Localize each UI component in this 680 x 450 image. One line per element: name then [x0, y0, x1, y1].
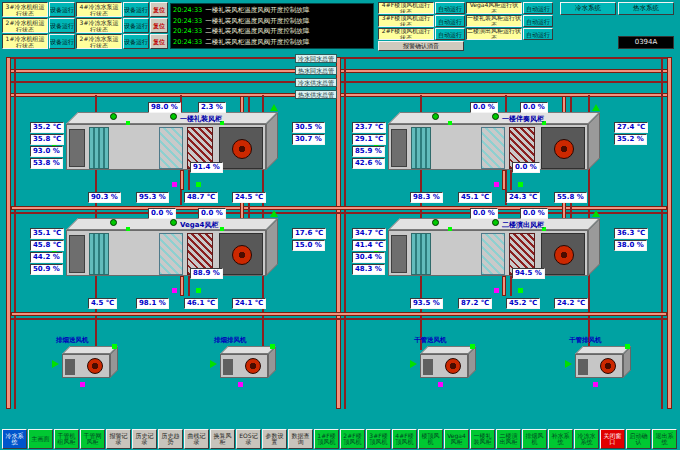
valve-indicator-green — [112, 344, 117, 349]
toolbar-button[interactable]: 数据查询 — [288, 429, 313, 449]
device-run-button[interactable]: 设备运行 — [123, 18, 149, 33]
alarm-message: 一楼礼装风柜温度风阀开度控制故障 — [205, 5, 309, 16]
valve-indicator-magenta — [593, 382, 598, 387]
auto-run-button[interactable]: 自动运行 — [435, 15, 465, 27]
toolbar-button[interactable]: 主画面 — [28, 429, 53, 449]
toolbar-button[interactable]: 换算风柜 — [210, 429, 235, 449]
fan-unit: 排烟排风机 — [210, 336, 290, 396]
alarm-ack-button[interactable]: 报警确认消音 — [378, 41, 464, 51]
alarm-timestamp: 20:24:33 — [173, 16, 202, 27]
valve-indicator-green — [270, 344, 275, 349]
toolbar-button[interactable]: 报警记录 — [106, 429, 131, 449]
status-indicator: 2#冷水机组运行状态 — [2, 18, 48, 33]
auto-run-button[interactable]: 自动运行 — [435, 28, 465, 40]
fan-label: 排烟排风机 — [214, 336, 247, 345]
reset-button[interactable]: 复位 — [150, 34, 168, 49]
device-run-button[interactable]: 设备运行 — [123, 2, 149, 17]
fan-body — [220, 354, 268, 378]
flow-arrow-icon — [410, 360, 417, 368]
valve-indicator-magenta — [80, 382, 85, 387]
fan-unit: 干管排风机 — [565, 336, 645, 396]
valve-indicator-magenta — [438, 382, 443, 387]
auto-run-button[interactable]: 自动运行 — [523, 2, 553, 14]
toolbar-button[interactable]: 2#F楼顶风机 — [340, 429, 365, 449]
fan-units-area: 排烟送风机排烟排风机干管送风机干管排风机 — [0, 0, 680, 450]
status-indicator: 3#冷冻水泵运行状态 — [76, 18, 122, 33]
fan-label: 干管排风机 — [569, 336, 602, 345]
fan-unit: 干管送风机 — [410, 336, 490, 396]
toolbar-button[interactable]: 补水系统 — [548, 429, 573, 449]
fan-impeller-icon — [445, 358, 461, 374]
toolbar-button[interactable]: 一楼礼装风柜 — [470, 429, 495, 449]
status-indicator: 2#F楼顶风机运行状态 — [378, 28, 434, 40]
status-indicator: 4#冷冻水泵运行状态 — [76, 2, 122, 17]
toolbar-button[interactable]: 冷冻水系统 — [574, 429, 599, 449]
bottom-toolbar: 冷水系统主画面干管机组风柜干管网风柜报警记录历史记录历史趋势曲线记录换算风柜EO… — [0, 428, 680, 450]
toolbar-button[interactable]: 曲线记录 — [184, 429, 209, 449]
device-run-button[interactable]: 设备运行 — [49, 2, 75, 17]
status-indicator: 一楼礼装风柜运行状态 — [466, 15, 522, 27]
alarm-timestamp: 20:24:33 — [173, 26, 202, 37]
alarm-list: 20:24:33一楼礼装风柜温度风阀开度控制故障20:24:33一楼礼装风柜温度… — [173, 5, 371, 47]
fan-body — [575, 354, 623, 378]
fan-body — [420, 354, 468, 378]
auto-run-button[interactable]: 自动运行 — [435, 2, 465, 14]
status-indicator: 3#F楼顶风机运行状态 — [378, 15, 434, 27]
fan-body — [62, 354, 110, 378]
toolbar-button[interactable]: Vega4风柜 — [444, 429, 469, 449]
valve-indicator-magenta — [238, 382, 243, 387]
corner-controls: 冷水系统 热水系统 0394A — [560, 2, 678, 52]
fan-opening — [65, 359, 75, 375]
status-indicator: 1#冷水机组运行状态 — [2, 34, 48, 49]
toolbar-button[interactable]: 历史趋势 — [158, 429, 183, 449]
toolbar-button[interactable]: 关闭窗口 — [600, 429, 625, 449]
fan-opening — [423, 359, 433, 375]
toolbar-button[interactable]: EOS记录 — [236, 429, 261, 449]
status-indicator: 二楼演出风柜运行状态 — [466, 28, 522, 40]
reset-button[interactable]: 复位 — [150, 2, 168, 17]
fan-label: 排烟送风机 — [56, 336, 89, 345]
device-run-button[interactable]: 设备运行 — [49, 34, 75, 49]
cold-water-system-button[interactable]: 冷水系统 — [560, 2, 616, 15]
alarm-panel: 20:24:33一楼礼装风柜温度风阀开度控制故障20:24:33一楼礼装风柜温度… — [170, 3, 374, 49]
flow-arrow-icon — [565, 360, 572, 368]
toolbar-button[interactable]: 干管网风柜 — [80, 429, 105, 449]
auto-run-button[interactable]: 自动运行 — [523, 15, 553, 27]
toolbar-button[interactable]: 1#F楼顶风机 — [314, 429, 339, 449]
fan-opening — [578, 359, 588, 375]
alarm-row: 20:24:33二楼礼装风柜温度风阀开度控制故障 — [173, 26, 371, 37]
alarm-message: 二楼礼装风柜温度风阀开度控制故障 — [205, 26, 309, 37]
toolbar-button[interactable]: 4#F楼顶风机 — [392, 429, 417, 449]
toolbar-button[interactable]: 启动确认 — [626, 429, 651, 449]
hot-water-system-button[interactable]: 热水系统 — [618, 2, 674, 15]
fan-impeller-icon — [245, 358, 261, 374]
toolbar-button[interactable]: 楼顶风机 — [418, 429, 443, 449]
toolbar-button[interactable]: 冷水系统 — [2, 429, 27, 449]
auto-run-button[interactable]: 自动运行 — [523, 28, 553, 40]
hmi-screen: 3#冷水机组运行状态设备运行4#冷冻水泵运行状态设备运行复位2#冷水机组运行状态… — [0, 0, 680, 450]
device-run-button[interactable]: 设备运行 — [49, 18, 75, 33]
reset-button[interactable]: 复位 — [150, 18, 168, 33]
toolbar-button[interactable]: 退出系统 — [652, 429, 677, 449]
toolbar-button[interactable]: 排烟风机 — [522, 429, 547, 449]
toolbar-button[interactable]: 历史记录 — [132, 429, 157, 449]
status-indicator: Vega4风柜运行状态 — [466, 2, 522, 14]
alarm-row: 20:24:33一楼礼装风柜温度风阀开度控制故障 — [173, 5, 371, 16]
status-indicator: 4#F楼顶风机运行状态 — [378, 2, 434, 14]
fan-impeller-icon — [87, 358, 103, 374]
alarm-message: 二楼礼装风柜温度风阀开度控制故障 — [205, 37, 309, 48]
status-indicator: 3#冷水机组运行状态 — [2, 2, 48, 17]
toolbar-button[interactable]: 3#F楼顶风机 — [366, 429, 391, 449]
alarm-message: 一楼礼装风柜温度风阀开度控制故障 — [205, 16, 309, 27]
toolbar-button[interactable]: 参数设置 — [262, 429, 287, 449]
alarm-row: 20:24:33一楼礼装风柜温度风阀开度控制故障 — [173, 16, 371, 27]
toolbar-button[interactable]: 干管机组风柜 — [54, 429, 79, 449]
device-run-button[interactable]: 设备运行 — [123, 34, 149, 49]
alarm-timestamp: 20:24:33 — [173, 37, 202, 48]
fan-label: 干管送风机 — [414, 336, 447, 345]
valve-indicator-green — [625, 344, 630, 349]
chiller-status-grid: 3#冷水机组运行状态设备运行4#冷冻水泵运行状态设备运行复位2#冷水机组运行状态… — [2, 2, 168, 49]
valve-indicator-green — [470, 344, 475, 349]
toolbar-button[interactable]: 二楼演出风柜 — [496, 429, 521, 449]
fan-opening — [223, 359, 233, 375]
